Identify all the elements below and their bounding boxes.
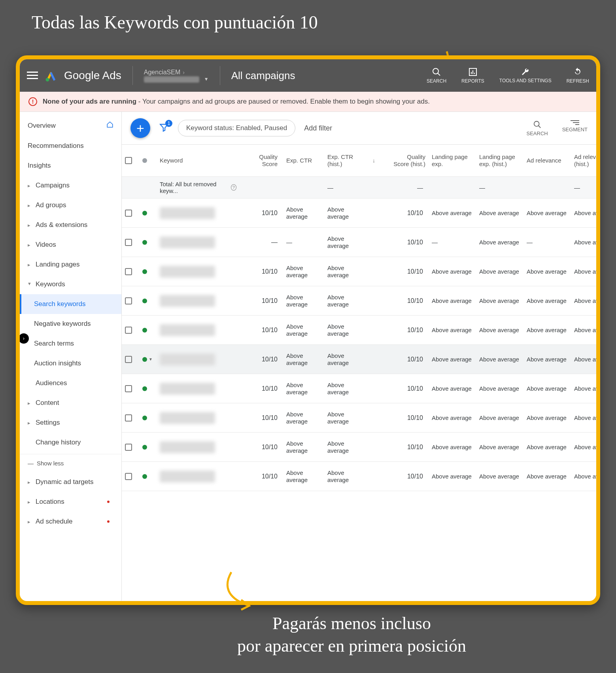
row-checkbox[interactable] [125,210,132,217]
row-checkbox[interactable] [125,356,132,363]
sidebar-item-search-terms[interactable]: Search terms [20,334,121,354]
sidebar-item-label: Audiences [36,379,67,387]
warning-banner: ! None of your ads are running - Your ca… [20,92,596,112]
table-row[interactable]: 10/10 Above average Above average 10/10 … [122,198,596,228]
caret-down-icon[interactable]: ▼ [149,357,153,361]
sidebar-item-ads-extensions[interactable]: ▸Ads & extensions [20,215,121,235]
refresh-button[interactable]: REFRESH [567,67,589,84]
cell-landing-exp: Above average [429,323,476,338]
tools-button[interactable]: TOOLS AND SETTINGS [499,67,552,83]
table-row[interactable]: 10/10 Above average Above average 10/10 … [122,433,596,462]
sidebar-item-landing-pages[interactable]: ▸Landing pages [20,255,121,274]
add-filter-button[interactable]: Add filter [304,124,332,132]
cell-quality-score-hist: 10/10 [390,323,429,338]
menu-icon[interactable] [27,72,38,79]
row-checkbox[interactable] [125,414,132,422]
search-label: SEARCH [427,78,446,84]
sidebar-item-keywords[interactable]: ▸Keywords [20,274,121,294]
cell-landing-exp: Above average [429,440,476,455]
filter-chip[interactable]: Keyword status: Enabled, Paused [178,120,295,136]
sidebar-item-change-history[interactable]: Change history [20,433,121,452]
col-landing-exp[interactable]: Landing page exp. [429,149,476,172]
annotation-bottom: Pagarás menos incluso por aparecer en pr… [237,612,466,657]
sidebar-item-label: Videos [36,241,56,249]
table-row[interactable]: 10/10 Above average Above average 10/10 … [122,374,596,403]
expand-panel-icon[interactable]: › [19,333,29,344]
cell-landing-exp: Above average [429,264,476,279]
cell-quality-score: 10/10 [240,293,283,308]
table-row[interactable]: 10/10 Above average Above average 10/10 … [122,403,596,433]
cell-ad-relevance: Above average [523,469,571,484]
page-title: All campaigns [231,70,295,82]
caret-icon: ▸ [28,183,32,189]
add-button[interactable]: + [130,118,150,138]
caret-icon: ▸ [28,400,32,406]
reports-button[interactable]: REPORTS [461,67,484,84]
table-row[interactable]: — — Above average 10/10 — Above average … [122,228,596,257]
row-checkbox[interactable] [125,239,132,246]
table-row[interactable]: 10/10 Above average Above average 10/10 … [122,316,596,345]
svg-line-2 [438,73,440,76]
sidebar-show-less[interactable]: —Show less [20,454,121,472]
search-button[interactable]: SEARCH [427,67,446,84]
sidebar-item-audiences[interactable]: Audiences [20,373,121,393]
cell-quality-score-hist: 10/10 [390,352,429,367]
svg-rect-4 [471,72,472,74]
help-icon[interactable]: ? [231,184,236,191]
col-quality-score[interactable]: Quality Score [240,149,283,172]
cell-landing-exp: Above average [429,352,476,367]
row-checkbox[interactable] [125,473,132,480]
cell-quality-score: 10/10 [240,440,283,455]
table-row[interactable]: ▼ 10/10 Above average Above average 10/1… [122,345,596,374]
row-checkbox[interactable] [125,444,132,451]
table-row[interactable]: 10/10 Above average Above average 10/10 … [122,286,596,316]
row-checkbox[interactable] [125,297,132,304]
sidebar-item-adgroups[interactable]: ▸Ad groups [20,195,121,215]
cell-landing-exp-hist: Above average [476,469,523,484]
sidebar-item-dynamic-targets[interactable]: ▸Dynamic ad targets [20,472,121,492]
cell-quality-score-hist: 10/10 [390,235,429,250]
col-ad-relevance[interactable]: Ad relevance [523,153,571,168]
col-keyword[interactable]: Keyword [157,153,240,168]
row-checkbox[interactable] [125,268,132,275]
sidebar-item-settings[interactable]: ▸Settings [20,413,121,433]
col-quality-score-hist[interactable]: Quality Score (hist.) [390,149,429,172]
table-row[interactable]: 10/10 Above average Above average 10/10 … [122,462,596,491]
col-ad-relevance-hist[interactable]: Ad relevance (hist.) [571,149,596,172]
sidebar-item-insights[interactable]: Insights [20,156,121,176]
cell-exp-ctr-hist: Above average [324,348,369,371]
table-search-button[interactable]: SEARCH [527,120,548,136]
cell-ad-relevance: Above average [523,440,571,455]
google-ads-logo-icon [45,70,57,81]
sidebar-item-search-keywords[interactable]: Search keywords [20,294,121,314]
sidebar-item-ad-schedule[interactable]: ▸Ad schedule [20,512,121,531]
row-checkbox[interactable] [125,327,132,334]
sidebar-item-recommendations[interactable]: Recommendations [20,136,121,156]
account-selector[interactable]: AgenciaSEM › ▼ [144,68,209,82]
row-checkbox[interactable] [125,385,132,392]
select-all-checkbox[interactable] [125,157,132,164]
account-id-redacted [144,76,199,83]
sidebar-item-campaigns[interactable]: ▸Campaigns [20,176,121,195]
keyword-redacted [160,266,215,278]
col-exp-ctr[interactable]: Exp. CTR [283,153,324,168]
cell-ad-relevance: Above average [523,352,571,367]
col-exp-ctr-hist[interactable]: Exp. CTR (hist.) [324,149,369,172]
col-landing-exp-hist[interactable]: Landing page exp. (hist.) [476,149,523,172]
caret-down-icon: ▸ [27,282,33,286]
sidebar-item-locations[interactable]: ▸Locations [20,492,121,512]
sort-arrow-icon[interactable]: ↓ [372,157,375,164]
filter-button[interactable]: 1 [159,122,169,134]
cell-landing-exp-hist: Above average [476,293,523,308]
cell-quality-score-hist: 10/10 [390,469,429,484]
cell-landing-exp: Above average [429,206,476,221]
segment-button[interactable]: SEGMENT [562,120,588,136]
sidebar-item-label: Content [36,399,59,407]
sidebar-item-negative-keywords[interactable]: Negative keywords [20,314,121,334]
sidebar-item-overview[interactable]: Overview [20,115,121,136]
sidebar-item-videos[interactable]: ▸Videos [20,235,121,255]
sidebar-item-content[interactable]: ▸Content [20,393,121,413]
sidebar-item-label: Auction insights [34,359,81,367]
sidebar-item-auction-insights[interactable]: Auction insights [20,354,121,373]
table-row[interactable]: 10/10 Above average Above average 10/10 … [122,257,596,286]
